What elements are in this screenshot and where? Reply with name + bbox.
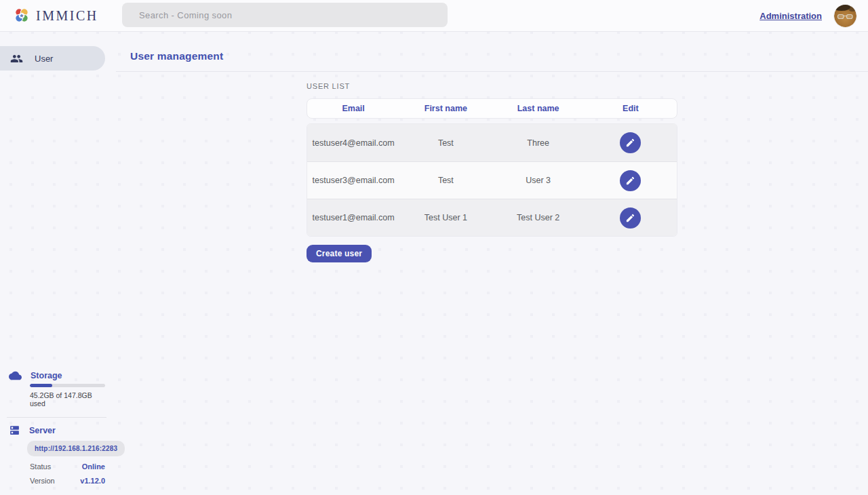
user-table: testuser4@email.com Test Three testuser3… xyxy=(307,123,677,237)
column-header-edit: Edit xyxy=(585,104,677,113)
search-bar xyxy=(122,3,448,27)
cell-first-name: Test xyxy=(399,138,492,148)
page-header: User management xyxy=(116,32,868,72)
home-link[interactable]: IMMICH xyxy=(0,7,98,24)
immich-logo-icon xyxy=(13,7,31,24)
version-value: v1.12.0 xyxy=(80,477,105,485)
column-header-email: Email xyxy=(307,104,399,113)
version-label: Version xyxy=(30,477,55,485)
main-content: User management USER LIST Email First na… xyxy=(116,32,868,495)
sidebar-item-label: User xyxy=(35,54,53,64)
topbar-right: Administration xyxy=(760,5,868,27)
server-version-row: Version v1.12.0 xyxy=(30,477,105,485)
status-value: Online xyxy=(82,462,105,471)
cell-first-name: Test xyxy=(399,176,492,185)
server-title: Server xyxy=(29,426,56,435)
sidebar-divider xyxy=(7,417,106,418)
sidebar-item-user[interactable]: User xyxy=(0,46,105,71)
column-header-last-name: Last name xyxy=(492,104,585,113)
storage-progress-fill xyxy=(30,384,52,387)
server-icon xyxy=(9,424,20,436)
user-list-section: USER LIST Email First name Last name Edi… xyxy=(307,82,677,262)
cloud-icon xyxy=(9,371,22,380)
top-bar: IMMICH Administration xyxy=(0,0,868,32)
search-input[interactable] xyxy=(122,3,448,27)
pencil-icon xyxy=(625,213,635,223)
storage-header: Storage xyxy=(9,371,105,380)
sidebar-status-panel: Storage 45.2GB of 147.8GB used Server ht… xyxy=(0,371,105,495)
table-row: testuser3@email.com Test User 3 xyxy=(307,161,677,199)
pencil-icon xyxy=(625,176,635,186)
storage-progress-bar xyxy=(30,384,105,387)
sidebar: User Storage 45.2GB of 147.8GB used Serv… xyxy=(0,32,116,495)
create-user-button[interactable]: Create user xyxy=(307,245,372,262)
storage-usage-text: 45.2GB of 147.8GB used xyxy=(30,391,105,408)
cell-last-name: Three xyxy=(492,138,585,148)
avatar-image xyxy=(834,5,856,27)
status-label: Status xyxy=(30,462,51,471)
cell-last-name: User 3 xyxy=(492,176,585,185)
brand-name: IMMICH xyxy=(36,8,98,24)
avatar[interactable] xyxy=(834,5,856,27)
cell-email: testuser4@email.com xyxy=(307,138,399,148)
page-title: User management xyxy=(130,50,223,62)
section-label: USER LIST xyxy=(307,82,677,90)
server-url-badge[interactable]: http://192.168.1.216:2283 xyxy=(27,441,125,456)
table-row: testuser1@email.com Test User 1 Test Use… xyxy=(307,199,677,236)
cell-email: testuser3@email.com xyxy=(307,176,399,185)
cell-first-name: Test User 1 xyxy=(399,213,492,222)
table-row: testuser4@email.com Test Three xyxy=(307,124,677,161)
cell-email: testuser1@email.com xyxy=(307,213,399,222)
edit-user-button[interactable] xyxy=(620,207,641,229)
storage-title: Storage xyxy=(31,371,62,380)
pencil-icon xyxy=(625,138,635,148)
server-status-row: Status Online xyxy=(30,462,105,471)
users-icon xyxy=(10,52,23,65)
edit-user-button[interactable] xyxy=(620,132,641,153)
edit-user-button[interactable] xyxy=(620,170,641,191)
table-header: Email First name Last name Edit xyxy=(307,98,677,119)
column-header-first-name: First name xyxy=(399,104,492,113)
cell-last-name: Test User 2 xyxy=(492,213,585,222)
server-header: Server xyxy=(9,424,105,436)
administration-link[interactable]: Administration xyxy=(760,11,822,21)
